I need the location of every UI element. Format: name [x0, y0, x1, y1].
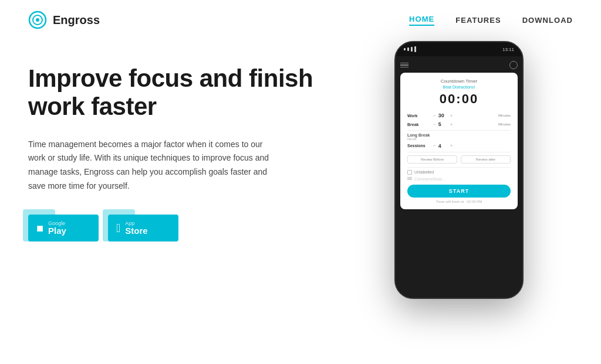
- hamburger-icon[interactable]: [400, 63, 408, 68]
- phone-app-header: [400, 61, 518, 69]
- hero-headline: Improve focus and finish work faster: [28, 64, 333, 121]
- google-play-wrapper: ■ Google Play: [28, 215, 99, 242]
- phone-mockup-section: 13:11 Countdown Timer Beat Distractions!: [345, 53, 573, 299]
- card-title: Countdown Timer: [407, 79, 511, 84]
- start-button[interactable]: START: [407, 185, 511, 198]
- comment-row: Comment/Note...: [407, 177, 511, 181]
- timer-display: 00:00: [407, 91, 511, 107]
- break-label: Break: [407, 123, 431, 127]
- phone-device: 13:11 Countdown Timer Beat Distractions!: [394, 41, 524, 299]
- svg-point-2: [36, 18, 39, 22]
- sessions-row: Sessions − 4 +: [407, 143, 511, 149]
- sessions-value: 4: [438, 143, 448, 149]
- phone-screen: Countdown Timer Beat Distractions! 00:00…: [396, 56, 522, 298]
- google-play-button[interactable]: ■ Google Play: [28, 215, 99, 242]
- signal-area: [404, 46, 416, 52]
- work-value: 30: [438, 113, 448, 118]
- label-checkbox-icon[interactable]: [407, 170, 412, 175]
- long-break-row: Long Break Never: [407, 133, 511, 141]
- apple-icon: : [116, 222, 120, 235]
- logo-text: Engross: [53, 13, 100, 27]
- signal-bar-4: [414, 46, 416, 52]
- phone-wrapper: 13:11 Countdown Timer Beat Distractions!: [394, 41, 524, 299]
- label-row: Unlabelled: [407, 170, 511, 175]
- work-row: Work − 30 + Minutes: [407, 113, 511, 118]
- main-nav: HOME FEATURES DOWNLOAD: [409, 15, 573, 26]
- logo-icon: [28, 11, 47, 29]
- comment-icon: [407, 177, 412, 181]
- work-decrease[interactable]: −: [433, 113, 436, 118]
- break-unit: Minutes: [498, 123, 511, 126]
- nav-features[interactable]: FEATURES: [455, 16, 501, 25]
- review-before-button[interactable]: Review Before: [407, 155, 457, 164]
- hero-left: Improve focus and finish work faster Tim…: [28, 53, 333, 241]
- google-play-icon: ■: [36, 222, 43, 235]
- signal-bar-3: [411, 47, 413, 52]
- work-increase[interactable]: +: [450, 113, 453, 118]
- app-store-label-bottom: Store: [125, 226, 147, 236]
- review-row: Review Before Review after: [407, 155, 511, 164]
- review-after-button[interactable]: Review after: [461, 155, 511, 164]
- logo: Engross: [28, 11, 100, 29]
- divider-2: [407, 152, 511, 152]
- break-increase[interactable]: +: [450, 122, 453, 127]
- app-store-button[interactable]:  App Store: [108, 215, 178, 242]
- hero-description: Time management becomes a major factor w…: [28, 138, 281, 193]
- timer-card: Countdown Timer Beat Distractions! 00:00…: [400, 73, 518, 209]
- sessions-increase[interactable]: +: [450, 143, 453, 148]
- phone-status-bar: 13:11: [396, 42, 522, 56]
- break-value: 5: [438, 121, 448, 127]
- store-buttons: ■ Google Play  App Store: [28, 215, 333, 242]
- google-play-label-top: Google: [48, 220, 65, 226]
- card-subtitle: Beat Distractions!: [407, 85, 511, 89]
- timer-end-text: Timer will finish at - 02:03 PM: [407, 200, 511, 203]
- signal-bar-1: [404, 48, 406, 50]
- divider-1: [407, 130, 511, 131]
- label-text: Unlabelled: [414, 170, 434, 174]
- nav-download[interactable]: DOWNLOAD: [522, 16, 573, 25]
- app-store-wrapper:  App Store: [108, 215, 178, 242]
- phone-time: 13:11: [502, 47, 514, 52]
- nav-home[interactable]: HOME: [409, 15, 434, 26]
- divider-3: [407, 167, 511, 168]
- comment-placeholder[interactable]: Comment/Note...: [414, 177, 445, 181]
- app-store-label-top: App: [125, 220, 134, 226]
- long-break-label: Long Break: [407, 133, 511, 137]
- long-break-sub: Never: [407, 137, 511, 141]
- sessions-decrease[interactable]: −: [433, 143, 436, 148]
- bell-icon[interactable]: [509, 61, 518, 69]
- work-label: Work: [407, 114, 431, 118]
- sessions-label: Sessions: [407, 144, 431, 148]
- break-decrease[interactable]: −: [433, 122, 436, 127]
- signal-bar-2: [407, 47, 409, 51]
- google-play-label-bottom: Play: [48, 226, 66, 236]
- break-row: Break − 5 + Minutes: [407, 121, 511, 127]
- work-unit: Minutes: [498, 114, 511, 117]
